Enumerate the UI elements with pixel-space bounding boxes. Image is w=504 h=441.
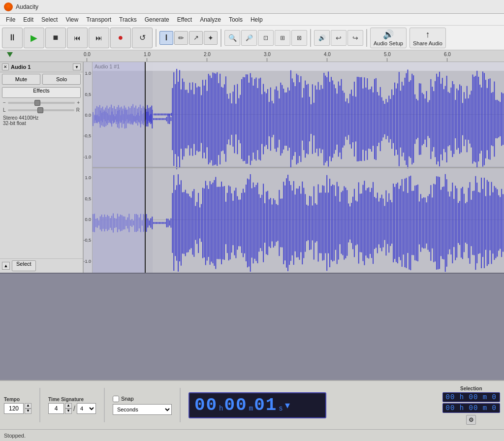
svg-rect-520 xyxy=(342,190,343,255)
svg-rect-391 xyxy=(156,222,157,224)
svg-rect-447 xyxy=(237,196,238,250)
svg-rect-252 xyxy=(367,78,368,160)
menu-effect[interactable]: Effect xyxy=(173,15,196,24)
svg-rect-522 xyxy=(345,188,346,258)
menu-transport[interactable]: Transport xyxy=(82,15,115,24)
tempo-up[interactable]: ▲ xyxy=(25,403,32,409)
snap-checkbox[interactable] xyxy=(113,396,119,402)
svg-rect-395 xyxy=(162,222,163,224)
svg-rect-579 xyxy=(428,196,429,250)
tempo-input[interactable] xyxy=(4,403,24,414)
svg-rect-127 xyxy=(187,90,188,148)
ts-denominator[interactable]: 42816 xyxy=(77,403,96,414)
svg-rect-618 xyxy=(484,178,485,268)
audio-setup-button[interactable]: 🔊 Audio Setup xyxy=(370,28,407,48)
svg-rect-566 xyxy=(409,176,410,269)
fit-project-button[interactable]: ⊞ xyxy=(275,30,290,46)
svg-rect-336 xyxy=(488,79,489,159)
menu-edit[interactable]: Edit xyxy=(19,15,37,24)
svg-rect-327 xyxy=(475,76,476,162)
skip-end-button[interactable]: ⏭ xyxy=(89,28,109,48)
svg-rect-412 xyxy=(187,193,188,252)
svg-rect-281 xyxy=(409,82,410,157)
expand-button[interactable]: ▲ xyxy=(2,262,10,270)
svg-rect-573 xyxy=(419,201,420,244)
menu-help[interactable]: Help xyxy=(247,15,267,24)
svg-rect-477 xyxy=(280,199,281,248)
zoom-toggle-button[interactable]: ⊠ xyxy=(291,30,307,46)
volume-button[interactable]: 🔊 xyxy=(314,30,330,46)
undo-button[interactable]: ↩ xyxy=(331,30,346,46)
svg-rect-191 xyxy=(279,98,280,140)
menu-view[interactable]: View xyxy=(62,15,82,24)
pause-button[interactable]: ⏸ xyxy=(2,28,23,48)
solo-button[interactable]: Solo xyxy=(42,74,81,85)
svg-rect-450 xyxy=(241,193,242,253)
menu-select[interactable]: Select xyxy=(37,15,62,24)
stop-button[interactable]: ■ xyxy=(45,28,66,48)
svg-rect-545 xyxy=(378,201,379,244)
loop-button[interactable]: ↺ xyxy=(132,28,153,48)
effects-button[interactable]: Effects xyxy=(2,87,81,98)
pan-thumb[interactable] xyxy=(37,107,43,113)
svg-rect-284 xyxy=(413,75,414,163)
svg-rect-616 xyxy=(481,178,482,268)
menu-tools[interactable]: Tools xyxy=(225,15,247,24)
svg-rect-388 xyxy=(152,217,153,229)
svg-rect-240 xyxy=(349,94,350,145)
fit-selection-button[interactable]: ⊡ xyxy=(258,30,274,46)
volume-slider[interactable] xyxy=(8,102,75,104)
zoom-in-button[interactable]: 🔍 xyxy=(224,30,240,46)
menu-tracks[interactable]: Tracks xyxy=(115,15,141,24)
playhead-triangle[interactable] xyxy=(7,52,13,57)
track-close-button[interactable]: ✕ xyxy=(2,63,9,70)
svg-rect-277 xyxy=(403,86,404,153)
zoom-cursor-tool[interactable]: ✦ xyxy=(204,31,218,45)
svg-rect-550 xyxy=(385,190,386,256)
pencil-tool[interactable]: ↗ xyxy=(189,31,203,45)
pan-slider[interactable] xyxy=(8,109,74,111)
svg-rect-306 xyxy=(445,86,446,153)
zoom-out-button[interactable]: 🔎 xyxy=(241,30,257,46)
svg-rect-162 xyxy=(237,84,238,154)
snap-dropdown[interactable]: Seconds Beats Bars xyxy=(113,404,172,415)
record-button[interactable]: ● xyxy=(110,28,131,48)
share-audio-button[interactable]: ↑ Share Audio xyxy=(410,28,446,48)
svg-rect-168 xyxy=(246,74,247,164)
selection-tool[interactable]: I xyxy=(159,31,173,45)
svg-rect-509 xyxy=(326,175,327,271)
svg-rect-176 xyxy=(257,88,258,150)
menu-file[interactable]: File xyxy=(2,15,19,24)
svg-rect-448 xyxy=(238,200,239,247)
ts-numerator[interactable] xyxy=(48,403,64,414)
waveform-area[interactable]: 1.0 0,5 0.0 −0,5 −1.0 1.0 0,5 0.0 −0,5 −… xyxy=(84,62,504,273)
mute-button[interactable]: Mute xyxy=(2,74,40,85)
svg-rect-608 xyxy=(470,182,471,264)
select-button[interactable]: Select xyxy=(12,260,36,271)
svg-rect-558 xyxy=(397,183,398,263)
svg-rect-500 xyxy=(314,186,315,259)
volume-thumb[interactable] xyxy=(34,100,40,106)
svg-rect-445 xyxy=(234,190,235,255)
ts-num-down[interactable]: ▼ xyxy=(65,409,72,414)
svg-rect-311 xyxy=(452,81,453,157)
svg-rect-442 xyxy=(230,187,231,259)
svg-rect-387 xyxy=(150,218,151,227)
svg-rect-408 xyxy=(181,180,182,265)
menu-analyze[interactable]: Analyze xyxy=(196,15,225,24)
ts-num-up[interactable]: ▲ xyxy=(65,403,72,409)
draw-tool[interactable]: ✏ xyxy=(174,31,188,45)
svg-rect-161 xyxy=(235,104,236,134)
skip-start-button[interactable]: ⏮ xyxy=(67,28,88,48)
track-menu-button[interactable]: ▼ xyxy=(73,63,81,70)
svg-rect-314 xyxy=(456,89,457,150)
selection-gear-button[interactable]: ⚙ xyxy=(466,415,476,425)
menu-generate[interactable]: Generate xyxy=(141,15,173,24)
tempo-down[interactable]: ▼ xyxy=(25,409,32,414)
play-button[interactable]: ▶ xyxy=(24,28,44,48)
svg-rect-119 xyxy=(175,84,176,154)
redo-button[interactable]: ↪ xyxy=(347,30,363,46)
timer-dropdown-button[interactable]: ▾ xyxy=(285,399,290,411)
svg-rect-208 xyxy=(303,88,304,150)
svg-rect-340 xyxy=(494,82,495,157)
